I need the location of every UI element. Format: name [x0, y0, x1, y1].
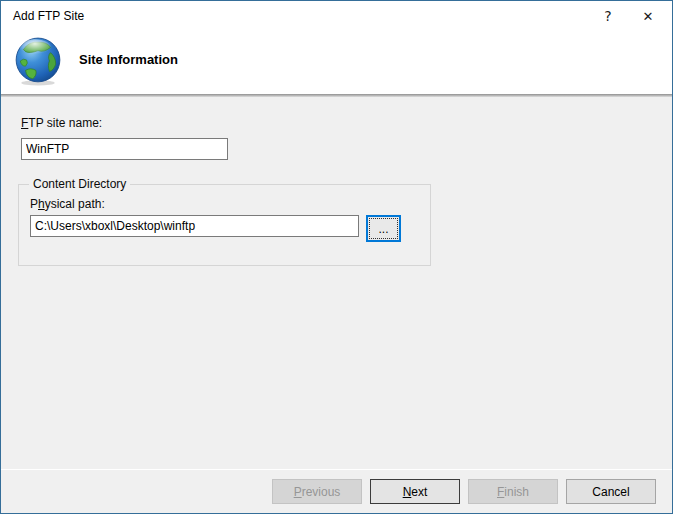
content-area: FTP site name: Content Directory Physica… [1, 97, 672, 469]
help-icon[interactable]: ? [588, 1, 628, 31]
ftp-site-name-label: FTP site name: [21, 116, 102, 130]
content-directory-legend: Content Directory [29, 177, 130, 191]
window-title: Add FTP Site [1, 9, 84, 23]
wizard-header: Site Information [1, 31, 672, 94]
physical-path-row: ... [30, 215, 401, 242]
titlebar: Add FTP Site ? ✕ [1, 1, 672, 31]
content-directory-groupbox: Content Directory Physical path: ... [18, 184, 431, 266]
close-icon[interactable]: ✕ [628, 1, 668, 31]
add-ftp-site-dialog: Add FTP Site ? ✕ [0, 0, 673, 514]
cancel-button[interactable]: Cancel [566, 479, 656, 504]
page-title: Site Information [79, 52, 178, 67]
ftp-site-name-input[interactable] [21, 138, 228, 160]
next-button[interactable]: Next [370, 479, 460, 504]
wizard-footer: Previous Next Finish Cancel [1, 469, 672, 513]
previous-button: Previous [272, 479, 362, 504]
browse-button[interactable]: ... [366, 215, 401, 242]
physical-path-label: Physical path: [30, 197, 105, 211]
physical-path-input[interactable] [30, 215, 359, 237]
finish-button: Finish [468, 479, 558, 504]
globe-icon [13, 36, 63, 86]
